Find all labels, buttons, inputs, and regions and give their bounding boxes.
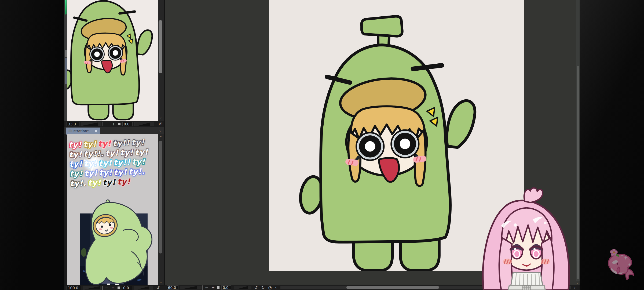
scroll-down-icon[interactable]: ⌄ bbox=[158, 280, 164, 284]
green-tool-sliver bbox=[65, 0, 67, 15]
ref-rotation-value[interactable]: 0.0 bbox=[122, 286, 132, 290]
nav-rotation-value[interactable]: 0.0 bbox=[122, 122, 133, 126]
nav-zoom-value[interactable]: 33.3 bbox=[67, 122, 79, 126]
edge-ui-fragment bbox=[65, 58, 67, 84]
main-vertical-scrollbar[interactable] bbox=[576, 0, 580, 281]
navigator-preview-panel[interactable] bbox=[67, 0, 158, 121]
tab-modified-dot[interactable] bbox=[95, 130, 97, 132]
main-rotation-value[interactable]: 0.0 bbox=[221, 285, 231, 290]
tab-label: Illustration* bbox=[68, 129, 89, 133]
zoom-out-icon[interactable]: − bbox=[204, 285, 209, 290]
navigator-vertical-scrollbar[interactable]: ⌄ bbox=[158, 0, 164, 121]
left-black-margin bbox=[0, 0, 64, 290]
slider-tick bbox=[134, 122, 134, 126]
vtuber-artwork bbox=[478, 185, 574, 290]
reset-rotation-icon[interactable]: ↺ bbox=[158, 121, 163, 127]
ty-scribbles: ty!ty!ty!ty!!ty!ty!ty!!.ty!ty!ty!ty!ty!t… bbox=[68, 137, 158, 188]
scrollbar-thumb[interactable] bbox=[159, 141, 162, 253]
scroll-down-icon[interactable]: ⌄ bbox=[158, 115, 164, 119]
orca-flower bbox=[610, 249, 620, 257]
fit-view-icon[interactable] bbox=[217, 286, 219, 289]
tab-illustration[interactable]: Illustration* bbox=[66, 128, 100, 135]
app-window: ⌄ 33.3 − + 0.0 ↺ Illustration* ⌄ ty!t bbox=[0, 0, 644, 290]
pink-orca-logo bbox=[603, 247, 636, 280]
slider-tick bbox=[102, 286, 103, 290]
navigator-artwork-melon-creature bbox=[67, 0, 158, 121]
ref-rotation-slider[interactable] bbox=[134, 286, 153, 290]
tab-list-chevron-icon[interactable]: ⌄ bbox=[159, 128, 162, 132]
vtuber-avatar bbox=[478, 185, 574, 290]
reference-image-artwork bbox=[67, 199, 158, 285]
slider-tick bbox=[103, 122, 103, 126]
zoom-out-icon[interactable]: − bbox=[105, 121, 109, 127]
reset-rotation-icon[interactable]: ↺ bbox=[156, 285, 160, 290]
reference-statusbar: 100.0 − + 0.0 ↺ bbox=[64, 285, 165, 290]
zoom-in-icon[interactable]: + bbox=[111, 285, 115, 290]
panel-edge-strip bbox=[64, 0, 67, 121]
zoom-out-icon[interactable]: − bbox=[104, 285, 109, 290]
main-zoom-slider[interactable] bbox=[180, 286, 202, 289]
reference-canvas-panel[interactable]: ty!ty!ty!ty!!ty!ty!ty!!.ty!ty!ty!ty!ty!t… bbox=[67, 134, 158, 285]
ref-zoom-slider[interactable] bbox=[83, 286, 101, 290]
scrollbar-thumb[interactable] bbox=[577, 66, 579, 279]
orca-artwork bbox=[603, 247, 636, 280]
scroll-down-icon[interactable]: ⌄ bbox=[576, 280, 579, 284]
main-zoom-value[interactable]: 60.0 bbox=[167, 285, 178, 290]
reference-vertical-scrollbar[interactable]: ⌃ ⌄ bbox=[158, 134, 164, 285]
timer-icon[interactable]: ◔ bbox=[268, 285, 272, 290]
left-panel-column: ⌄ 33.3 − + 0.0 ↺ Illustration* ⌄ ty!t bbox=[64, 0, 165, 290]
edge-ui-fragment bbox=[65, 50, 67, 57]
right-black-margin bbox=[580, 0, 644, 290]
fit-view-icon[interactable] bbox=[118, 287, 120, 289]
navigator-statusbar: 33.3 − + 0.0 ↺ bbox=[64, 121, 165, 127]
ref-zoom-value[interactable]: 100.0 bbox=[67, 286, 81, 290]
redo-icon[interactable]: ↻ bbox=[261, 285, 265, 290]
undo-icon[interactable]: ↺ bbox=[254, 285, 258, 290]
scroll-up-icon[interactable]: ⌃ bbox=[158, 136, 164, 139]
scrollbar-thumb[interactable] bbox=[346, 286, 439, 289]
main-rotation-slider[interactable] bbox=[234, 286, 251, 289]
slider-tick bbox=[202, 285, 203, 290]
reference-creature-back bbox=[85, 200, 152, 284]
nav-rotation-slider[interactable] bbox=[135, 122, 154, 126]
fit-view-icon[interactable] bbox=[118, 123, 120, 125]
document-tab-bar: Illustration* ⌄ bbox=[64, 127, 165, 134]
zoom-in-icon[interactable]: + bbox=[111, 121, 116, 127]
zoom-in-icon[interactable]: + bbox=[211, 285, 215, 290]
scroll-left-icon[interactable]: ‹ bbox=[273, 285, 278, 290]
scrollbar-thumb[interactable] bbox=[159, 20, 162, 73]
nav-zoom-slider[interactable] bbox=[81, 122, 101, 126]
